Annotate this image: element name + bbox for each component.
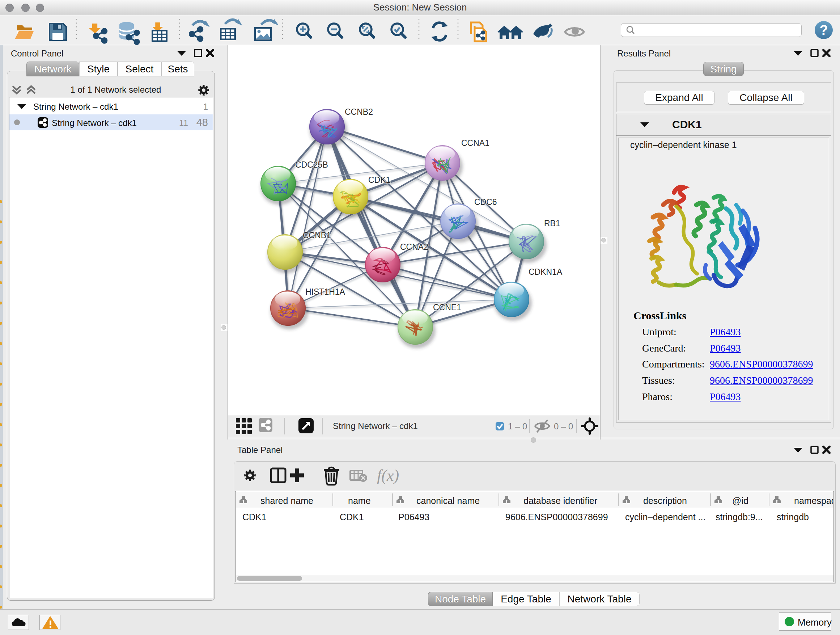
svg-text:CCNB1: CCNB1 bbox=[303, 231, 331, 240]
svg-text:CDC25B: CDC25B bbox=[295, 160, 328, 169]
svg-text:HIST1H1A: HIST1H1A bbox=[305, 287, 346, 296]
svg-text:CDKN1A: CDKN1A bbox=[529, 267, 562, 277]
svg-text:CCNA2: CCNA2 bbox=[400, 242, 428, 252]
svg-text:?: ? bbox=[819, 22, 828, 38]
svg-text:CCNA1: CCNA1 bbox=[461, 138, 489, 148]
svg-text:RB1: RB1 bbox=[544, 219, 561, 228]
svg-text:CCNE1: CCNE1 bbox=[433, 302, 461, 312]
svg-text:CCNB2: CCNB2 bbox=[345, 107, 373, 117]
svg-text:CDK1: CDK1 bbox=[368, 175, 390, 185]
svg-text:CDC6: CDC6 bbox=[474, 197, 497, 207]
